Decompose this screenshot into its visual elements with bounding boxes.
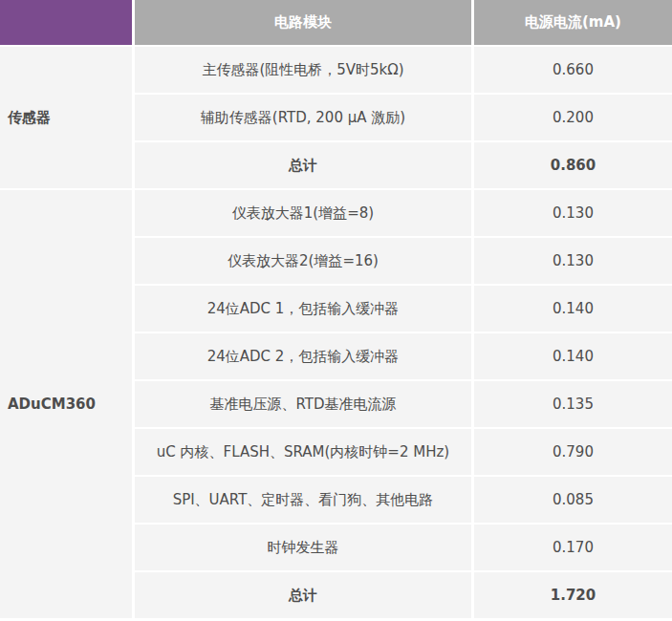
current-cell: 0.790 (474, 429, 672, 475)
current-cell: 0.660 (474, 47, 672, 93)
module-cell: uC 内核、FLASH、SRAM(内核时钟=2 MHz) (135, 429, 471, 475)
current-cell: 1.720 (474, 572, 672, 618)
current-cell: 0.135 (474, 381, 672, 427)
current-cell: 0.085 (474, 477, 672, 523)
module-cell: SPI、UART、定时器、看门狗、其他电路 (135, 477, 471, 523)
module-cell: 时钟发生器 (135, 525, 471, 570)
module-cell: 仪表放大器2(增益=16) (135, 238, 471, 284)
module-cell: 总计 (135, 572, 471, 618)
header-circuit-module: 电路模块 (135, 0, 471, 45)
group-label-sensor: 传感器 (0, 47, 132, 188)
module-cell: 基准电压源、RTD基准电流源 (135, 381, 471, 427)
module-cell: 总计 (135, 142, 471, 188)
current-cell: 0.140 (474, 333, 672, 379)
header-corner-cell (0, 0, 132, 45)
current-cell: 0.170 (474, 525, 672, 570)
module-cell: 24位ADC 2，包括输入缓冲器 (135, 333, 471, 379)
group-label-aducm360: ADuCM360 (0, 190, 132, 618)
power-consumption-table: 电路模块 电源电流(mA) 传感器 ADuCM360 主传感器(阻性电桥，5V时… (0, 0, 672, 618)
current-cell: 0.860 (474, 142, 672, 188)
module-cell: 辅助传感器(RTD, 200 μA 激励) (135, 95, 471, 140)
current-cell: 0.130 (474, 190, 672, 236)
current-cell: 0.140 (474, 286, 672, 332)
module-cell: 仪表放大器1(增益=8) (135, 190, 471, 236)
module-cell: 主传感器(阻性电桥，5V时5kΩ) (135, 47, 471, 93)
module-cell: 24位ADC 1，包括输入缓冲器 (135, 286, 471, 332)
current-cell: 0.130 (474, 238, 672, 284)
header-supply-current: 电源电流(mA) (474, 0, 672, 45)
current-cell: 0.200 (474, 95, 672, 140)
